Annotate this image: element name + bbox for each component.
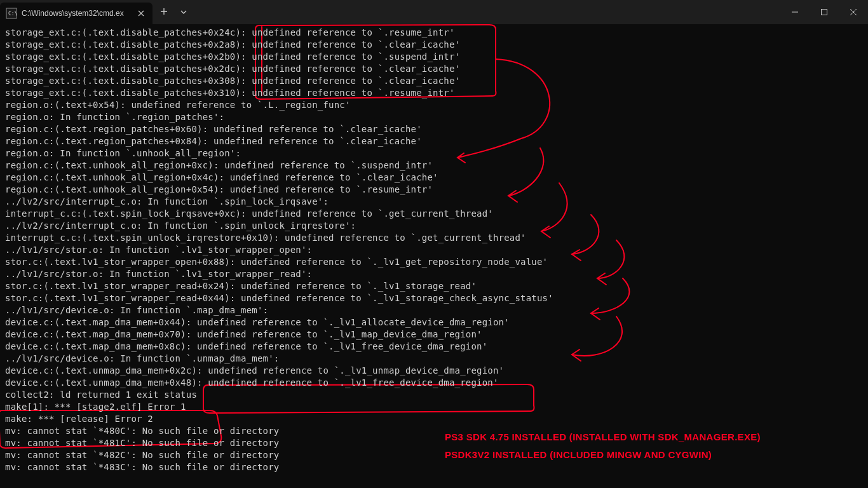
maximize-button[interactable]: [810, 0, 839, 24]
annotation-note-1: PS3 SDK 4.75 INSTALLED (INSTALLED WITH S…: [445, 431, 761, 443]
tabbar-actions: [153, 0, 194, 24]
active-tab[interactable]: C:\ C:\Windows\system32\cmd.ex: [0, 3, 153, 24]
minimize-button[interactable]: [780, 0, 810, 24]
terminal-text: storage_ext.c:(.text.disable_patches+0x2…: [5, 27, 863, 473]
svg-text:C:\: C:\: [8, 11, 18, 17]
tab-close-button[interactable]: [136, 8, 146, 18]
tab-dropdown-button[interactable]: [178, 4, 189, 20]
new-tab-button[interactable]: [158, 4, 170, 20]
svg-rect-2: [822, 10, 827, 15]
window-controls: [780, 0, 868, 24]
tab-title: C:\Windows\system32\cmd.ex: [22, 9, 136, 18]
annotation-note-2: PSDK3V2 INSTALLED (INCLUDED MINGW AND CY…: [445, 449, 712, 461]
cmd-icon: C:\: [6, 8, 17, 18]
terminal-output[interactable]: storage_ext.c:(.text.disable_patches+0x2…: [0, 24, 868, 488]
titlebar: C:\ C:\Windows\system32\cmd.ex: [0, 0, 868, 24]
close-button[interactable]: [839, 0, 868, 24]
